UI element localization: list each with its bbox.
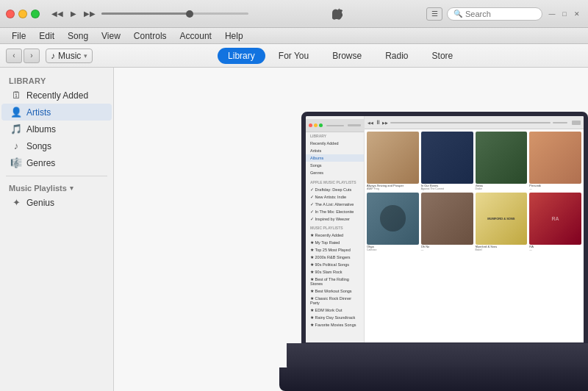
mini-album-3: Views Drake bbox=[476, 132, 528, 190]
window-restore-btn[interactable]: □ bbox=[559, 9, 570, 19]
music-selector-label: Music bbox=[58, 51, 81, 61]
mini-mp4: ★ 2000s R&B Singers bbox=[306, 254, 364, 261]
genius-icon: ✦ bbox=[10, 197, 22, 208]
artists-icon: 👤 bbox=[10, 107, 22, 118]
mini-content: ◀◀ ⏸ ▶▶ bbox=[365, 116, 584, 342]
forward-arrow[interactable]: › bbox=[24, 49, 40, 63]
mini-mp7: ★ Best of The Rolling Stones bbox=[306, 276, 364, 287]
window-controls bbox=[6, 10, 40, 18]
mini-volume bbox=[553, 122, 567, 123]
mini-mp12: ★ Favorite Movies Songs bbox=[306, 321, 364, 329]
chevron-down-icon: ▾ bbox=[84, 52, 87, 60]
mini-p4: ✓ In The Mix: Electonite bbox=[306, 208, 364, 215]
mini-album-grid: Always Striving and Prosper A$AP Ferg In… bbox=[365, 129, 584, 254]
mini-mp2: ★ My Top Rated bbox=[306, 239, 364, 246]
laptop-screen: Library Recently Added Artists Albums So… bbox=[301, 112, 588, 347]
mini-p3: ✓ The A List: Alternative bbox=[306, 201, 364, 208]
menu-bar: File Edit Song View Controls Account Hel… bbox=[0, 28, 588, 44]
genres-icon: 🎼 bbox=[10, 157, 22, 168]
playlists-label: Music Playlists bbox=[9, 184, 67, 193]
progress-area[interactable] bbox=[101, 12, 248, 15]
menu-edit[interactable]: Edit bbox=[33, 29, 60, 43]
tab-browse[interactable]: Browse bbox=[322, 48, 372, 64]
mini-album-6: Oh No — bbox=[421, 193, 473, 251]
close-button[interactable] bbox=[6, 10, 15, 18]
progress-fill bbox=[101, 12, 190, 15]
sidebar-item-songs[interactable]: ♪ Songs bbox=[1, 137, 112, 154]
laptop-screen-content: Library Recently Added Artists Albums So… bbox=[306, 116, 584, 342]
sidebar-divider bbox=[6, 176, 107, 176]
tab-library[interactable]: Library bbox=[218, 48, 265, 64]
mini-mp9: ★ Classic Rock Dinner Party bbox=[306, 295, 364, 306]
window-close-btn[interactable]: ✕ bbox=[572, 9, 582, 19]
mini-itunes: Library Recently Added Artists Albums So… bbox=[306, 116, 584, 342]
nav-tabs: Library For You Browse Radio Store bbox=[98, 48, 582, 64]
sidebar-item-recently-added[interactable]: 🗓 Recently Added bbox=[1, 87, 112, 104]
mini-album-1: Always Striving and Prosper A$AP Ferg bbox=[367, 132, 419, 190]
sidebar-item-artists[interactable]: 👤 Artists bbox=[1, 104, 112, 121]
sidebar-item-genres[interactable]: 🎼 Genres bbox=[1, 154, 112, 171]
mini-albums: Albums bbox=[306, 154, 364, 162]
laptop-base bbox=[287, 343, 588, 369]
menu-controls[interactable]: Controls bbox=[128, 29, 173, 43]
menu-song[interactable]: Song bbox=[62, 29, 94, 43]
songs-icon: ♪ bbox=[10, 140, 22, 151]
playlists-section[interactable]: Music Playlists ▾ bbox=[0, 181, 113, 194]
sidebar-item-albums[interactable]: 🎵 Albums bbox=[1, 121, 112, 137]
menu-account[interactable]: Account bbox=[174, 29, 218, 43]
mini-songs: Songs bbox=[306, 162, 364, 169]
mini-mp10: ★ EDM Work Out bbox=[306, 306, 364, 314]
tab-radio[interactable]: Radio bbox=[375, 48, 418, 64]
music-selector[interactable]: ♪ Music ▾ bbox=[46, 49, 93, 63]
mini-mp3: ★ Top 25 Most Played bbox=[306, 246, 364, 254]
progress-bar[interactable] bbox=[101, 12, 248, 15]
minimize-button[interactable] bbox=[18, 10, 27, 18]
recently-added-label: Recently Added bbox=[26, 90, 88, 101]
maximize-button[interactable] bbox=[31, 10, 40, 18]
library-section-label: Library bbox=[0, 73, 113, 87]
mini-mp5: ★ 90s Political Songs bbox=[306, 261, 364, 268]
menu-file[interactable]: File bbox=[6, 29, 32, 43]
play-button[interactable]: ▶ bbox=[66, 7, 81, 21]
genius-label: Genius bbox=[26, 198, 54, 208]
sidebar-item-genius[interactable]: ✦ Genius bbox=[1, 194, 112, 211]
menu-view[interactable]: View bbox=[96, 29, 126, 43]
mini-transport: ◀◀ ⏸ ▶▶ bbox=[368, 120, 388, 126]
window-minimize-btn[interactable]: — bbox=[547, 9, 557, 19]
genres-label: Genres bbox=[26, 158, 55, 168]
window-size-buttons: — □ ✕ bbox=[547, 9, 582, 19]
search-input[interactable] bbox=[465, 10, 536, 18]
tab-for-you[interactable]: For You bbox=[268, 48, 319, 64]
menu-help[interactable]: Help bbox=[219, 29, 249, 43]
mini-album-5: Ohga Calexico bbox=[367, 193, 419, 251]
nav-arrows: ‹ › bbox=[6, 49, 40, 63]
mini-artists: Artists bbox=[306, 147, 364, 154]
mini-mp8: ★ Best Workout Songs bbox=[306, 287, 364, 295]
search-box[interactable]: 🔍 bbox=[447, 7, 542, 21]
tab-store[interactable]: Store bbox=[422, 48, 464, 64]
mini-music-playlists-label: Music Playlists bbox=[306, 224, 364, 232]
mini-mp11: ★ Rainy Day Soundtrack bbox=[306, 314, 364, 321]
laptop-foot bbox=[279, 367, 588, 391]
mini-p5: ✓ Inspired by Weezer bbox=[306, 215, 364, 223]
music-note-icon: ♪ bbox=[51, 51, 55, 61]
artists-label: Artists bbox=[26, 107, 51, 118]
mini-search-mini bbox=[572, 121, 581, 125]
mini-p2: ✓ New Artists: Indie bbox=[306, 193, 364, 201]
albums-icon: 🎵 bbox=[10, 123, 22, 134]
title-bar: ◀◀ ▶ ▶▶ ☰ 🔍 — □ ✕ bbox=[0, 0, 588, 28]
transport-controls: ◀◀ ▶ ▶▶ bbox=[50, 7, 97, 21]
mini-p1: ✓ Draftday: Deep Cuts bbox=[306, 186, 364, 193]
progress-thumb bbox=[186, 10, 193, 18]
recently-added-icon: 🗓 bbox=[10, 90, 22, 101]
search-icon: 🔍 bbox=[453, 10, 462, 18]
list-view-button[interactable]: ☰ bbox=[426, 7, 442, 21]
laptop-mockup: Library Recently Added Artists Albums So… bbox=[287, 112, 588, 391]
mini-progress bbox=[390, 122, 551, 123]
mini-mp1: ★ Recently Added bbox=[306, 232, 364, 239]
mini-next: ▶▶ bbox=[382, 120, 388, 126]
mini-sidebar-library-label: Library bbox=[306, 132, 364, 140]
back-arrow[interactable]: ‹ bbox=[6, 49, 22, 63]
next-button[interactable]: ▶▶ bbox=[82, 7, 97, 21]
prev-button[interactable]: ◀◀ bbox=[50, 7, 65, 21]
